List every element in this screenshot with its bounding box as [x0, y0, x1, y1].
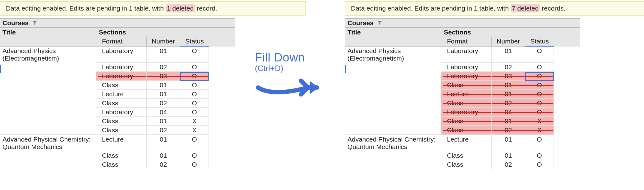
status-cell[interactable]: O — [180, 72, 209, 81]
format-cell[interactable]: Class — [96, 81, 147, 90]
format-cell[interactable]: Laboratory — [96, 108, 147, 117]
status-cell[interactable]: O — [180, 108, 209, 117]
status-cell[interactable]: X — [180, 117, 209, 126]
table-row[interactable]: Class02O — [0, 160, 235, 169]
table-row[interactable]: Laboratory02O — [345, 63, 580, 72]
status-cell[interactable]: X — [525, 126, 554, 135]
status-cell[interactable]: O — [180, 63, 209, 72]
status-cell[interactable]: O — [525, 72, 554, 81]
column-header-number[interactable]: Number — [492, 37, 525, 47]
format-cell[interactable]: Lecture — [441, 90, 492, 99]
table-row[interactable]: Lecture01O — [0, 90, 235, 99]
data-grid-right[interactable]: Courses TitleSectionsFormatNumberStatusA… — [345, 18, 580, 169]
format-cell[interactable]: Class — [96, 151, 147, 160]
table-name-header[interactable]: Courses — [0, 19, 235, 28]
table-row[interactable]: Advanced Physics (Electromagnetism)Labor… — [345, 47, 580, 63]
status-cell[interactable]: O — [180, 47, 209, 63]
status-cell[interactable]: O — [525, 63, 554, 72]
table-row[interactable]: Laboratory04O — [345, 108, 580, 117]
format-cell[interactable]: Class — [96, 99, 147, 108]
format-cell[interactable]: Class — [441, 160, 492, 169]
number-cell[interactable]: 02 — [147, 99, 180, 108]
title-cell[interactable]: Advanced Physical Chemistry: Quantum Mec… — [345, 135, 441, 151]
column-header-sections[interactable]: Sections — [96, 28, 235, 37]
table-row[interactable]: Laboratory04O — [0, 108, 235, 117]
column-header-sections[interactable]: Sections — [441, 28, 580, 37]
status-cell[interactable]: O — [180, 99, 209, 108]
column-header-status[interactable]: Status — [180, 37, 209, 47]
format-cell[interactable]: Laboratory — [441, 47, 492, 63]
format-cell[interactable]: Class — [96, 117, 147, 126]
table-row[interactable]: Class01O — [0, 81, 235, 90]
table-row[interactable]: Lecture01O — [345, 90, 580, 99]
format-cell[interactable]: Class — [441, 117, 492, 126]
number-cell[interactable]: 04 — [147, 108, 180, 117]
number-cell[interactable]: 01 — [492, 81, 525, 90]
table-row[interactable]: Advanced Physical Chemistry: Quantum Mec… — [0, 135, 235, 151]
number-cell[interactable]: 01 — [147, 151, 180, 160]
status-cell[interactable]: O — [180, 81, 209, 90]
table-row[interactable]: Class01O — [345, 151, 580, 160]
table-row[interactable]: Class02O — [0, 99, 235, 108]
format-cell[interactable]: Class — [441, 151, 492, 160]
column-header-title[interactable]: Title — [345, 28, 441, 37]
table-row[interactable]: Class02X — [0, 126, 235, 135]
number-cell[interactable]: 01 — [147, 117, 180, 126]
table-row[interactable]: Class01O — [345, 81, 580, 90]
data-grid-left[interactable]: Courses TitleSectionsFormatNumberStatusA… — [0, 18, 235, 169]
number-cell[interactable]: 02 — [492, 99, 525, 108]
status-cell[interactable]: X — [525, 117, 554, 126]
table-row[interactable]: Advanced Physics (Electromagnetism)Labor… — [0, 47, 235, 63]
status-cell[interactable]: O — [180, 151, 209, 160]
status-cell[interactable]: O — [525, 160, 554, 169]
status-cell[interactable]: X — [180, 126, 209, 135]
column-header-status[interactable]: Status — [525, 37, 554, 47]
title-cell[interactable]: Advanced Physics (Electromagnetism) — [345, 47, 441, 63]
column-header-number[interactable]: Number — [147, 37, 180, 47]
table-row[interactable]: Class02O — [345, 99, 580, 108]
filter-icon[interactable] — [32, 20, 37, 25]
table-name-header[interactable]: Courses — [345, 19, 580, 28]
table-row[interactable]: Laboratory02O — [0, 63, 235, 72]
number-cell[interactable]: 02 — [147, 126, 180, 135]
format-cell[interactable]: Laboratory — [96, 47, 147, 63]
format-cell[interactable]: Laboratory — [96, 63, 147, 72]
format-cell[interactable]: Lecture — [96, 90, 147, 99]
table-row[interactable]: Class01X — [0, 117, 235, 126]
table-row[interactable]: Advanced Physical Chemistry: Quantum Mec… — [345, 135, 580, 151]
number-cell[interactable]: 01 — [147, 90, 180, 99]
table-row[interactable]: Laboratory03O — [0, 72, 235, 81]
format-cell[interactable]: Laboratory — [441, 72, 492, 81]
number-cell[interactable]: 01 — [492, 47, 525, 63]
number-cell[interactable]: 03 — [492, 72, 525, 81]
filter-icon[interactable] — [377, 20, 382, 25]
format-cell[interactable]: Lecture — [96, 135, 147, 151]
number-cell[interactable]: 02 — [492, 63, 525, 72]
format-cell[interactable]: Class — [441, 81, 492, 90]
status-cell[interactable]: O — [525, 151, 554, 160]
status-cell[interactable]: O — [180, 90, 209, 99]
number-cell[interactable]: 01 — [492, 90, 525, 99]
number-cell[interactable]: 02 — [147, 63, 180, 72]
table-row[interactable]: Class01X — [345, 117, 580, 126]
status-cell[interactable]: O — [525, 47, 554, 63]
number-cell[interactable]: 01 — [147, 81, 180, 90]
title-cell[interactable]: Advanced Physics (Electromagnetism) — [0, 47, 96, 63]
format-cell[interactable]: Class — [441, 99, 492, 108]
column-header-title[interactable]: Title — [0, 28, 96, 37]
status-cell[interactable]: O — [525, 135, 554, 151]
format-cell[interactable]: Lecture — [441, 135, 492, 151]
number-cell[interactable]: 01 — [492, 117, 525, 126]
status-cell[interactable]: O — [525, 99, 554, 108]
table-row[interactable]: Class02X — [345, 126, 580, 135]
number-cell[interactable]: 02 — [147, 160, 180, 169]
table-row[interactable]: Class02O — [345, 160, 580, 169]
column-header-format[interactable]: Format — [96, 37, 147, 47]
number-cell[interactable]: 04 — [492, 108, 525, 117]
format-cell[interactable]: Laboratory — [441, 63, 492, 72]
format-cell[interactable]: Class — [96, 126, 147, 135]
format-cell[interactable]: Class — [96, 160, 147, 169]
format-cell[interactable]: Laboratory — [441, 108, 492, 117]
status-cell[interactable]: O — [525, 81, 554, 90]
number-cell[interactable]: 01 — [147, 135, 180, 151]
